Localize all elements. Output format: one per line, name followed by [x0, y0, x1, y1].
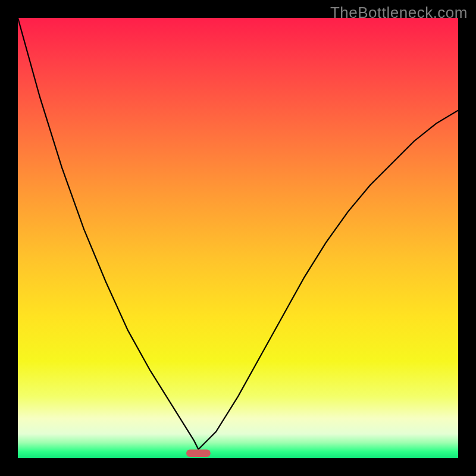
gradient-background — [18, 18, 458, 458]
chart-svg — [18, 18, 458, 458]
minimum-marker — [186, 449, 211, 457]
chart-frame: TheBottleneck.com — [0, 0, 476, 476]
plot-area — [18, 18, 458, 458]
